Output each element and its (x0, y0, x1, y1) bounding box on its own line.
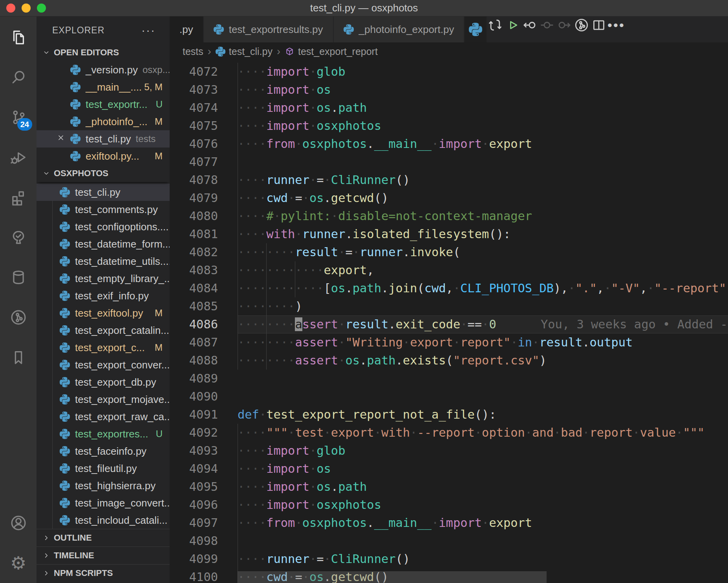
code-line[interactable]: 4076····from·osxphotos.__main__·import·e… (170, 135, 728, 153)
code-line-content: ····from·osxphotos.__main__·import·expor… (238, 135, 728, 153)
activity-item-accounts[interactable] (0, 503, 37, 543)
section-header-npm-scripts[interactable]: NPM SCRIPTS (37, 564, 170, 582)
traffic-lights (6, 4, 46, 13)
activity-item-database[interactable] (0, 257, 37, 297)
tree-item[interactable]: test_export_mojave... (37, 391, 170, 408)
navigate-neutral-button[interactable] (538, 16, 556, 34)
code-line[interactable]: 4079····cwd·=·os.getcwd() (170, 189, 728, 207)
tree-item-label: test_cli.py (75, 186, 121, 199)
activity-item-bookmarks[interactable] (0, 337, 37, 377)
tree-item[interactable]: test_comments.py (37, 201, 170, 218)
code-line[interactable]: 4092····"""·test·export·with·--report·op… (170, 424, 728, 442)
code-line[interactable]: 4075····import·osxphotos (170, 117, 728, 135)
editor-tab[interactable]: test_exportresults.py (204, 16, 334, 42)
code-line[interactable]: 4080····#·pylint:·disable=not-context-ma… (170, 207, 728, 225)
activity-item-explorer[interactable] (0, 17, 37, 57)
indent-guide (238, 460, 238, 478)
code-line[interactable]: 4073····import·os (170, 81, 728, 99)
open-editor-item[interactable]: test_exportr...U (37, 96, 170, 113)
code-line[interactable]: 4089 (170, 370, 728, 388)
split-editor-button[interactable] (590, 16, 607, 34)
code-line[interactable]: 4098 (170, 532, 728, 550)
run-file-button[interactable] (504, 16, 521, 34)
code-line[interactable]: 4096····import·osxphotos (170, 496, 728, 514)
tree-item[interactable]: test_exportres...U (37, 425, 170, 443)
activity-item-git-graph[interactable] (0, 297, 37, 337)
activity-item-source-control[interactable]: 24 (0, 97, 37, 137)
tree-item[interactable]: test_datetime_form... (37, 235, 170, 253)
code-line[interactable]: 4085········) (170, 297, 728, 315)
tree-item[interactable]: test_export_c...M (37, 339, 170, 356)
open-editors-header[interactable]: OPEN EDITORS (37, 44, 170, 61)
breadcrumb-item[interactable]: test_export_report (285, 46, 378, 57)
open-editor-item[interactable]: test_cli.pytests (37, 130, 170, 148)
code-line[interactable]: 4082········result·=·runner.invoke( (170, 243, 728, 261)
code-line[interactable]: 4077 (170, 153, 728, 171)
code-line[interactable]: 4078····runner·=·CliRunner() (170, 171, 728, 189)
code-line[interactable]: 4099····runner·=·CliRunner() (170, 550, 728, 568)
tree-item[interactable]: test_exiftool.pyM (37, 304, 170, 322)
project-section-header[interactable]: OSXPHOTOS (37, 165, 170, 182)
activity-item-search[interactable] (0, 57, 37, 97)
tree-item[interactable]: test_export_raw_ca... (37, 408, 170, 425)
tree-item[interactable]: test_highsierra.py (37, 477, 170, 494)
tree-item[interactable]: test_export_db.py (37, 373, 170, 391)
code-line[interactable]: 4083············export, (170, 261, 728, 279)
code-editor[interactable]: 4072····import·glob4073····import·os4074… (170, 60, 728, 583)
code-line[interactable]: 4094····import·os (170, 460, 728, 478)
open-changes-button[interactable] (487, 16, 504, 34)
code-line[interactable]: 4088········assert·os.path.exists("repor… (170, 352, 728, 370)
tree-item[interactable]: test_export_conver... (37, 356, 170, 373)
section-header-outline[interactable]: OUTLINE (37, 529, 170, 547)
tree-item[interactable]: test_incloud_catali... (37, 512, 170, 529)
activity-item-extensions[interactable] (0, 177, 37, 217)
code-line-content: ········assert·os.path.exists("report.cs… (238, 352, 728, 370)
open-editor-item[interactable]: _photoinfo_...M (37, 113, 170, 130)
horizontal-scrollbar[interactable] (238, 571, 547, 583)
breadcrumb-item[interactable]: test_cli.py (216, 46, 273, 57)
more-actions-button[interactable]: ••• (607, 16, 625, 34)
code-line-content: ········) (238, 297, 728, 315)
code-line[interactable]: 4084············[os.path.join(cwd,·CLI_P… (170, 279, 728, 297)
activity-item-testing[interactable] (0, 217, 37, 257)
code-line[interactable]: 4093····import·glob (170, 442, 728, 460)
minimize-window-button[interactable] (22, 4, 31, 13)
tree-item[interactable]: test_image_convert... (37, 494, 170, 512)
navigate-forward-button[interactable] (556, 16, 573, 34)
tree-item[interactable]: test_datetime_utils.... (37, 253, 170, 270)
code-line[interactable]: 4074····import·os.path (170, 99, 728, 117)
code-line[interactable]: 4081····with·runner.isolated_filesystem(… (170, 225, 728, 243)
code-line[interactable]: 4087········assert·"Writing·export·repor… (170, 333, 728, 352)
close-icon[interactable] (56, 133, 70, 145)
activity-item-settings[interactable]: ⚙ (0, 543, 37, 583)
breadcrumb-item[interactable]: tests (183, 46, 203, 57)
tree-item[interactable]: test_empty_library_... (37, 270, 170, 287)
tree-item[interactable]: test_cli.py (37, 184, 170, 201)
editor-tab[interactable]: .py (170, 16, 204, 42)
code-line[interactable]: 4086········assert·result.exit_code·==·0… (170, 315, 728, 333)
open-editor-item[interactable]: __main__....5, M (37, 78, 170, 96)
close-window-button[interactable] (6, 4, 15, 13)
code-line[interactable]: 4072····import·glob (170, 63, 728, 81)
open-editor-item[interactable]: exiftool.py...M (37, 148, 170, 165)
code-line[interactable]: 4095····import·os.path (170, 478, 728, 496)
zoom-window-button[interactable] (37, 4, 46, 13)
editor-tab[interactable]: _photoinfo_export.py (334, 16, 465, 42)
indent-guide (238, 550, 238, 568)
python-file-button[interactable] (465, 16, 487, 42)
open-editor-item[interactable]: _version.pyosxp... (37, 61, 170, 78)
code-line[interactable]: 4091def·test_export_report_not_a_file(): (170, 406, 728, 424)
tree-item[interactable]: test_faceinfo.py (37, 443, 170, 460)
navigate-back-button[interactable] (521, 16, 538, 34)
titlebar: test_cli.py — osxphotos (0, 0, 728, 16)
explorer-more-actions-button[interactable]: ··· (141, 24, 155, 37)
code-line[interactable]: 4090 (170, 388, 728, 406)
tree-item[interactable]: test_configoptions.... (37, 218, 170, 235)
section-header-timeline[interactable]: TIMELINE (37, 547, 170, 564)
code-line[interactable]: 4097····from·osxphotos.__main__·import·e… (170, 514, 728, 532)
activity-item-run-debug[interactable] (0, 137, 37, 177)
tree-item[interactable]: test_exif_info.py (37, 287, 170, 304)
git-graph-view-button[interactable] (573, 16, 590, 34)
tree-item[interactable]: test_fileutil.py (37, 460, 170, 477)
tree-item[interactable]: test_export_catalin... (37, 322, 170, 339)
